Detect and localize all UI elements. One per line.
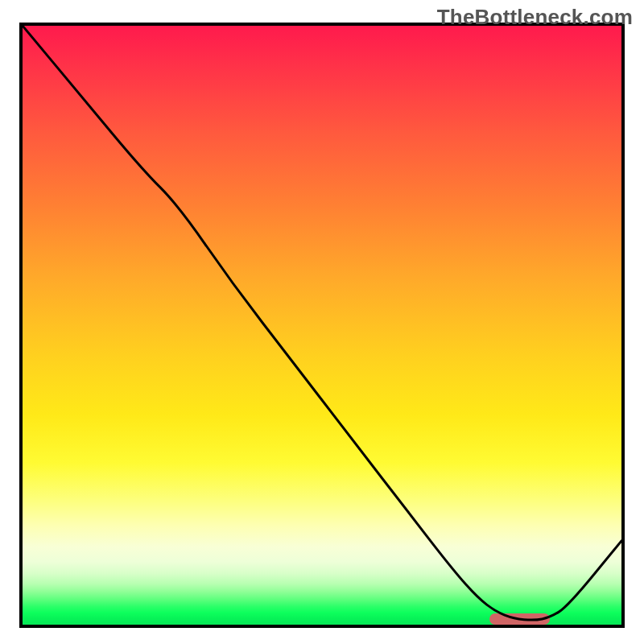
chart-container: TheBottleneck.com (0, 0, 644, 644)
bottleneck-curve (23, 26, 621, 620)
plot-area (19, 23, 625, 628)
curve-layer (23, 26, 621, 625)
watermark-text: TheBottleneck.com (437, 5, 633, 30)
